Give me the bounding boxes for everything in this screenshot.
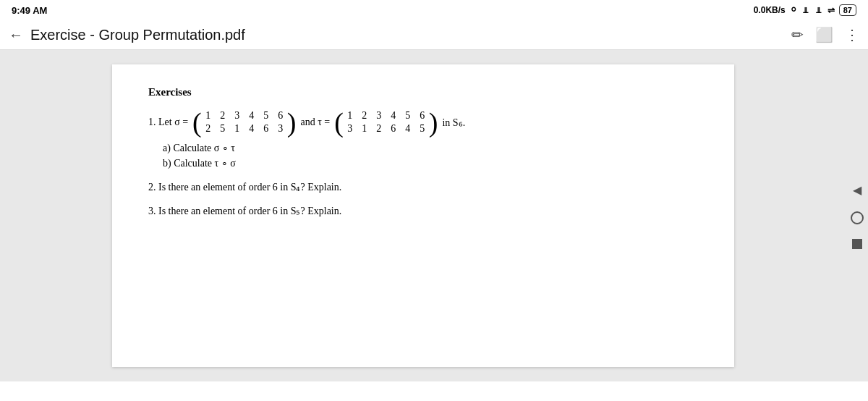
s-t1: 1	[205, 110, 212, 122]
wifi-icon: ⚪︎	[790, 5, 797, 15]
paren-open: (	[192, 109, 202, 136]
sidebar-rect-indicator	[852, 239, 862, 249]
sub-problem-a: a) Calculate σ ∘ τ	[163, 142, 698, 154]
signal-icon: ⫫	[801, 5, 810, 15]
problem-1: 1. Let σ = ( 1 2 2 5 3 1 4 4	[148, 109, 698, 136]
sigma-matrix: ( 1 2 2 5 3 1 4 4 5 6 6	[192, 109, 296, 136]
paren-close: )	[287, 109, 297, 136]
t-b2: 1	[361, 123, 368, 135]
sub-b-text: b) Calculate τ ∘ σ	[163, 157, 236, 169]
s-b6: 3	[277, 123, 284, 135]
in-s6-text: in S₆.	[442, 117, 465, 129]
battery-indicator: 87	[839, 4, 856, 16]
sub-problems: a) Calculate σ ∘ τ b) Calculate τ ∘ σ	[163, 142, 698, 169]
s-t2: 2	[219, 110, 226, 122]
status-bar: 9:49 AM 0.0KB/s ⚪︎ ⫫ ⫫ ⇌ 87	[0, 0, 868, 20]
signal-icon2: ⫫	[814, 5, 823, 15]
header-left: ← Exercise - Group Permutation.pdf	[9, 27, 791, 43]
and-text: and τ =	[300, 117, 330, 128]
collapse-arrow-icon[interactable]: ◀	[853, 183, 861, 197]
network-speed: 0.0KB/s	[754, 5, 786, 15]
tau-matrix: ( 1 3 2 1 3 2 4 6 5 4 6	[334, 109, 438, 136]
tau-paren-close: )	[429, 109, 438, 136]
t-b4: 6	[390, 123, 397, 135]
tau-values: 1 3 2 1 3 2 4 6 5 4 6 5	[344, 110, 429, 135]
s-b5: 6	[263, 123, 270, 135]
status-right: 0.0KB/s ⚪︎ ⫫ ⫫ ⇌ 87	[754, 4, 856, 16]
s-t3: 3	[234, 110, 241, 122]
t-t1: 1	[346, 110, 354, 122]
section-title: Exercises	[148, 86, 698, 98]
s-b4: 4	[248, 123, 255, 135]
t-b5: 4	[404, 123, 412, 135]
t-b3: 2	[375, 123, 383, 135]
main-content: Exercises 1. Let σ = ( 1 2 2 5 3 1	[0, 50, 868, 381]
sub-problem-b: b) Calculate τ ∘ σ	[163, 157, 698, 169]
sub-a-text: a) Calculate σ ∘ τ	[163, 142, 235, 154]
sidebar-circle-indicator	[851, 211, 864, 224]
s-t6: 6	[277, 110, 284, 122]
problem-3: 3. Is there an element of order 6 in S₅?…	[148, 205, 698, 217]
s-b1: 2	[205, 123, 212, 135]
s-b3: 1	[234, 123, 241, 135]
problem-3-text: 3. Is there an element of order 6 in S₅?…	[148, 206, 341, 216]
open-external-icon[interactable]: ⬜	[815, 26, 833, 43]
right-sidebar: ◀	[846, 50, 868, 381]
tau-paren-open: (	[334, 109, 344, 136]
time-display: 9:49 AM	[12, 5, 47, 16]
s-b2: 5	[219, 123, 226, 135]
s-t5: 5	[263, 110, 270, 122]
problem-2-text: 2. Is there an element of order 6 in S₄?…	[148, 182, 341, 193]
problem-2: 2. Is there an element of order 6 in S₄?…	[148, 181, 698, 193]
t-t4: 4	[390, 110, 397, 122]
pdf-viewer: Exercises 1. Let σ = ( 1 2 2 5 3 1	[0, 50, 846, 381]
t-t6: 6	[419, 110, 426, 122]
header-bar: ← Exercise - Group Permutation.pdf ✏ ⬜ ⋮	[0, 20, 868, 50]
more-options-icon[interactable]: ⋮	[845, 26, 859, 43]
wifi2-icon: ⇌	[827, 5, 835, 15]
s-t4: 4	[248, 110, 255, 122]
t-b6: 5	[419, 123, 426, 135]
pdf-page: Exercises 1. Let σ = ( 1 2 2 5 3 1	[112, 64, 734, 367]
page-title: Exercise - Group Permutation.pdf	[30, 27, 245, 43]
problem-1-math: 1. Let σ = ( 1 2 2 5 3 1 4 4	[148, 109, 465, 136]
edit-icon[interactable]: ✏	[791, 26, 804, 43]
sigma-values: 1 2 2 5 3 1 4 4 5 6 6 3	[202, 110, 287, 135]
problem-1-prefix: 1. Let σ =	[148, 117, 188, 128]
t-t2: 2	[361, 110, 368, 122]
t-t3: 3	[375, 110, 383, 122]
t-b1: 3	[346, 123, 354, 135]
back-button[interactable]: ←	[9, 27, 23, 43]
header-actions: ✏ ⬜ ⋮	[791, 26, 859, 43]
t-t5: 5	[404, 110, 412, 122]
